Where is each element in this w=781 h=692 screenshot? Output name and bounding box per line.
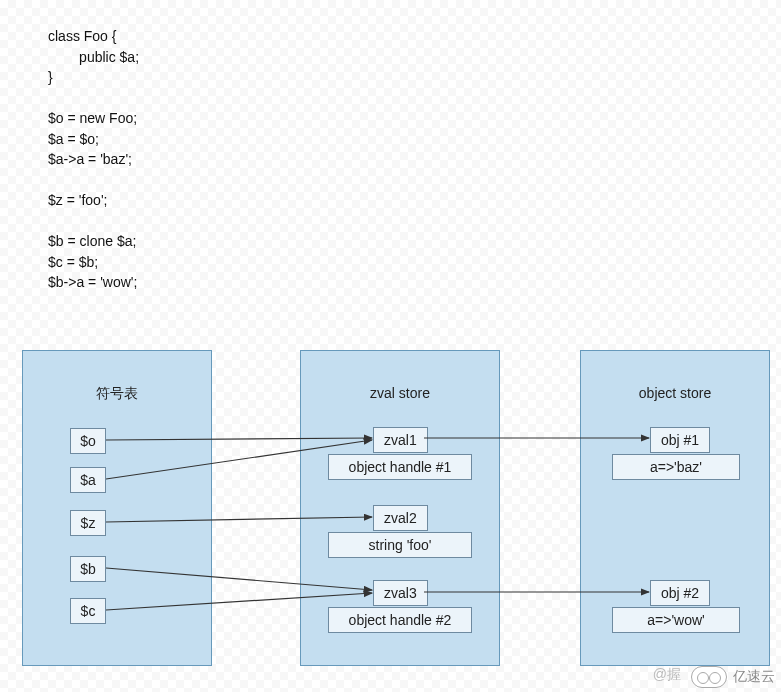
zval3-name: zval3 <box>373 580 428 606</box>
var-b: $b <box>70 556 106 582</box>
zval2-name: zval2 <box>373 505 428 531</box>
code-line: class Foo { <box>48 28 116 44</box>
obj2-name: obj #2 <box>650 580 710 606</box>
zval3-body: object handle #2 <box>328 607 472 633</box>
var-a: $a <box>70 467 106 493</box>
zval2-body: string 'foo' <box>328 532 472 558</box>
obj1-body: a=>'baz' <box>612 454 740 480</box>
code-line: $c = $b; <box>48 254 98 270</box>
code-line: $b = clone $a; <box>48 233 136 249</box>
zval-store-title: zval store <box>301 385 499 401</box>
zval1-body: object handle #1 <box>328 454 472 480</box>
code-line: $o = new Foo; <box>48 110 137 126</box>
object-store-title: object store <box>581 385 769 401</box>
code-line: $a = $o; <box>48 131 99 147</box>
watermark: 亿速云 <box>691 666 775 688</box>
watermark-brand: 亿速云 <box>733 668 775 686</box>
code-line: $a->a = 'baz'; <box>48 151 132 167</box>
var-c: $c <box>70 598 106 624</box>
var-o: $o <box>70 428 106 454</box>
watermark-at: @握 <box>653 666 681 684</box>
obj1-name: obj #1 <box>650 427 710 453</box>
code-line: $b->a = 'wow'; <box>48 274 137 290</box>
var-z: $z <box>70 510 106 536</box>
code-line: } <box>48 69 53 85</box>
code-line: public $a; <box>48 49 139 65</box>
cloud-logo-icon <box>691 666 727 688</box>
obj2-body: a=>'wow' <box>612 607 740 633</box>
zval1-name: zval1 <box>373 427 428 453</box>
symbol-table-panel: 符号表 <box>22 350 212 666</box>
code-line: $z = 'foo'; <box>48 192 107 208</box>
symbol-table-title: 符号表 <box>23 385 211 403</box>
code-block: class Foo { public $a; } $o = new Foo; $… <box>48 26 139 293</box>
